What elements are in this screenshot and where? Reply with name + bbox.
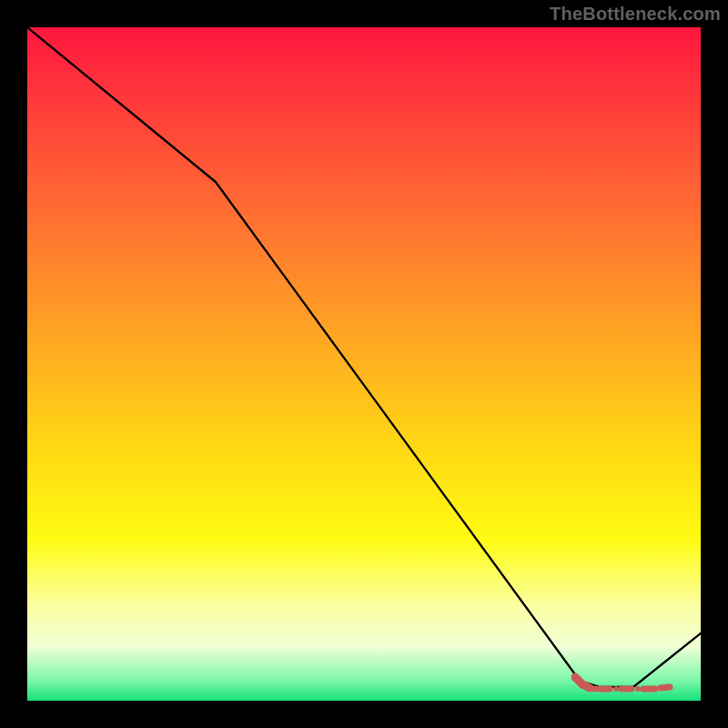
chart-stage: TheBottleneck.com <box>0 0 728 728</box>
chart-overlay <box>27 27 701 701</box>
watermark-text: TheBottleneck.com <box>550 4 721 25</box>
overlay-band <box>575 677 670 693</box>
svg-point-5 <box>613 686 619 692</box>
svg-line-9 <box>661 687 670 688</box>
svg-line-2 <box>582 684 590 688</box>
svg-point-7 <box>635 686 641 692</box>
data-line <box>27 27 701 687</box>
plot-area <box>27 27 701 701</box>
